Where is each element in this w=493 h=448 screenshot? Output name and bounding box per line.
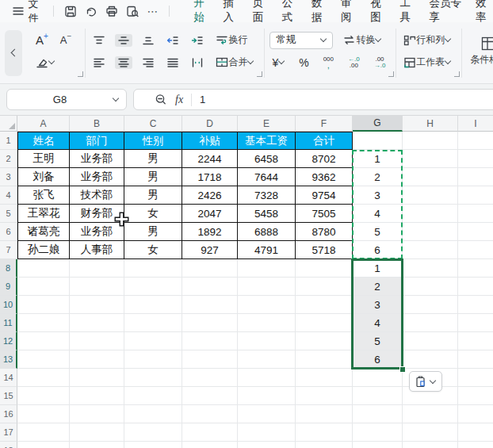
cell[interactable] — [238, 442, 296, 448]
paste-options-button[interactable] — [409, 371, 442, 392]
cell[interactable] — [353, 442, 403, 448]
cell[interactable] — [353, 423, 403, 442]
align-top-button[interactable] — [90, 34, 108, 47]
cell[interactable] — [17, 405, 70, 423]
table-cell[interactable]: 2244 — [182, 150, 238, 168]
cell[interactable] — [238, 387, 296, 405]
table-cell[interactable]: 业务部 — [70, 168, 124, 186]
table-cell[interactable]: 男 — [124, 168, 182, 186]
align-bottom-button[interactable] — [139, 34, 157, 47]
cell[interactable] — [70, 369, 124, 387]
table-header-cell[interactable]: 部门 — [70, 132, 124, 150]
table-header-cell[interactable]: 补贴 — [182, 132, 238, 150]
cell[interactable] — [17, 442, 70, 448]
cell[interactable] — [458, 332, 493, 350]
cell[interactable] — [403, 186, 458, 205]
row-header[interactable]: 1 — [0, 132, 17, 150]
cell[interactable] — [182, 423, 238, 442]
row-header[interactable]: 14 — [0, 369, 17, 387]
row-header[interactable]: 17 — [0, 423, 17, 442]
cell[interactable] — [403, 350, 458, 369]
copied-cell[interactable]: 2 — [353, 168, 403, 186]
cell[interactable] — [182, 259, 238, 278]
table-cell[interactable]: 2047 — [182, 205, 238, 223]
wrap-text-button[interactable]: 换行 — [213, 32, 250, 48]
row-header[interactable]: 4 — [0, 186, 17, 205]
table-cell[interactable]: 业务部 — [70, 223, 124, 241]
table-cell[interactable]: 女 — [124, 205, 182, 223]
cell[interactable] — [296, 387, 353, 405]
cell[interactable] — [17, 350, 70, 369]
decrease-decimal-button[interactable]: ←.0.00 — [346, 55, 362, 71]
cell[interactable] — [458, 205, 493, 223]
table-cell[interactable]: 1718 — [182, 168, 238, 186]
cell[interactable] — [124, 387, 182, 405]
hamburger-menu-icon[interactable] — [12, 5, 24, 17]
cell[interactable] — [458, 314, 493, 332]
align-center-button[interactable] — [115, 56, 132, 69]
merge-cells-button[interactable]: 合并 — [213, 54, 256, 71]
cell[interactable] — [182, 296, 238, 314]
align-left-button[interactable] — [90, 56, 108, 69]
cell[interactable] — [124, 296, 182, 314]
col-header-H[interactable]: H — [403, 116, 458, 132]
print-preview-icon[interactable] — [126, 5, 139, 17]
cell[interactable] — [458, 150, 493, 168]
cell[interactable] — [458, 278, 493, 296]
row-header-selected[interactable]: 12 — [0, 332, 17, 350]
table-cell[interactable]: 男 — [124, 150, 182, 168]
col-header-F[interactable]: F — [296, 116, 353, 132]
cell[interactable] — [70, 296, 124, 314]
table-cell[interactable]: 王翠花 — [17, 205, 70, 223]
cell[interactable] — [353, 387, 403, 405]
col-header-B[interactable]: B — [70, 116, 124, 132]
cell[interactable] — [353, 405, 403, 423]
increase-decimal-button[interactable]: .00→.0 — [372, 55, 388, 71]
selected-cell[interactable]: 5 — [353, 332, 403, 350]
table-cell[interactable]: 5718 — [296, 241, 353, 259]
decrease-indent-button[interactable] — [164, 34, 182, 47]
table-cell[interactable]: 业务部 — [70, 150, 124, 168]
cell[interactable] — [403, 405, 458, 423]
col-header-D[interactable]: D — [182, 116, 238, 132]
cell[interactable] — [238, 314, 296, 332]
cell[interactable] — [403, 150, 458, 168]
copied-cell[interactable]: 3 — [353, 186, 403, 205]
copied-cell[interactable]: 6 — [353, 241, 403, 259]
selected-cell[interactable]: 4 — [353, 314, 403, 332]
cell[interactable] — [403, 332, 458, 350]
cell[interactable] — [17, 332, 70, 350]
table-cell[interactable]: 王明 — [17, 150, 70, 168]
table-cell[interactable]: 927 — [182, 241, 238, 259]
formula-input[interactable]: fx 1 — [133, 89, 493, 110]
cell[interactable] — [124, 278, 182, 296]
row-header[interactable]: 2 — [0, 150, 17, 168]
table-cell[interactable]: 8780 — [296, 223, 353, 241]
table-cell[interactable]: 8702 — [296, 150, 353, 168]
increase-indent-button[interactable] — [189, 34, 206, 47]
percent-format-button[interactable]: % — [296, 55, 311, 71]
zoom-out-icon[interactable] — [155, 94, 167, 105]
row-header[interactable]: 16 — [0, 405, 17, 423]
font-dialog-launcher[interactable] — [78, 71, 83, 77]
table-cell[interactable]: 刘备 — [17, 168, 70, 186]
cell[interactable] — [182, 369, 238, 387]
cell[interactable] — [458, 405, 493, 423]
cell[interactable] — [17, 369, 70, 387]
table-cell[interactable]: 男 — [124, 186, 182, 205]
cell[interactable] — [17, 296, 70, 314]
active-cell[interactable]: 1 — [353, 259, 403, 278]
col-header-E[interactable]: E — [238, 116, 296, 132]
table-header-cell[interactable]: 合计 — [296, 132, 353, 150]
cell[interactable] — [182, 405, 238, 423]
more-quick-actions-button[interactable]: ⋯ — [147, 5, 159, 17]
cell[interactable] — [17, 259, 70, 278]
col-header-I[interactable]: I — [458, 116, 493, 132]
cell[interactable] — [353, 132, 403, 150]
row-header[interactable]: 15 — [0, 387, 17, 405]
cell[interactable] — [403, 132, 458, 150]
cell[interactable] — [70, 423, 124, 442]
col-header-G-selected[interactable]: G — [353, 116, 403, 132]
cell[interactable] — [296, 278, 353, 296]
cell[interactable] — [238, 332, 296, 350]
